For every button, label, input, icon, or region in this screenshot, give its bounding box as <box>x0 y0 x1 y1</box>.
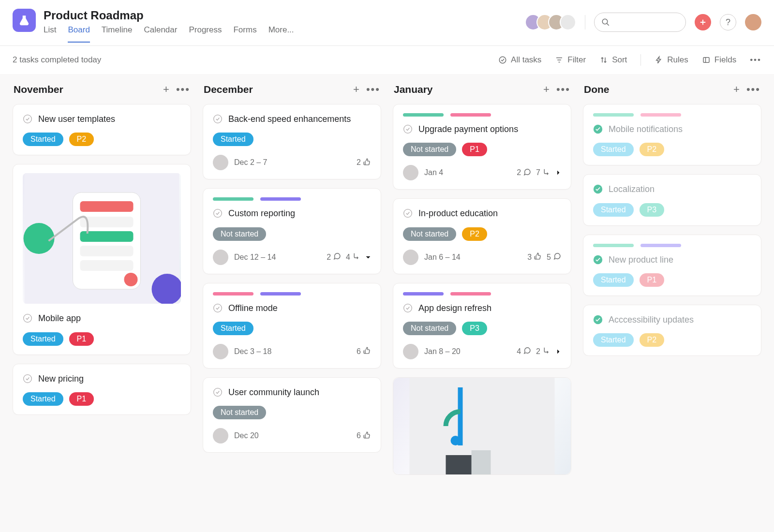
add-card-button[interactable]: + <box>543 84 550 95</box>
status-tag[interactable]: Started <box>593 273 634 287</box>
status-tag[interactable]: Not started <box>213 406 266 419</box>
task-card[interactable]: Mobile app StartedP1 <box>13 164 191 355</box>
status-tag[interactable]: Not started <box>403 143 456 156</box>
task-card[interactable]: New product line StartedP1 <box>583 235 761 296</box>
task-card[interactable]: Localization StartedP3 <box>583 174 761 225</box>
task-card[interactable]: New pricing StartedP1 <box>13 364 191 415</box>
likes-count[interactable]: 3 <box>527 252 542 262</box>
subtasks-count[interactable]: 4 <box>346 252 360 262</box>
tab-progress[interactable]: Progress <box>189 25 222 43</box>
add-button[interactable] <box>695 14 711 30</box>
check-circle-icon[interactable] <box>23 313 32 323</box>
status-tag[interactable]: Not started <box>403 227 456 241</box>
more-options[interactable]: ••• <box>750 55 761 65</box>
current-user-avatar[interactable] <box>745 14 761 30</box>
status-tag[interactable]: Started <box>593 203 634 217</box>
column-menu[interactable]: ••• <box>556 84 570 95</box>
status-tag[interactable]: Started <box>213 133 253 146</box>
check-circle-icon[interactable] <box>213 303 223 313</box>
column-menu[interactable]: ••• <box>746 84 760 95</box>
task-card[interactable]: Acccessibility updates StartedP2 <box>583 305 761 356</box>
check-circle-icon[interactable] <box>403 303 413 313</box>
check-circle-icon[interactable] <box>23 114 32 124</box>
help-button[interactable]: ? <box>720 14 736 30</box>
priority-tag[interactable]: P3 <box>640 203 665 217</box>
assignee-avatar[interactable] <box>403 165 418 180</box>
assignee-avatar[interactable] <box>403 344 418 359</box>
subtasks-count[interactable]: 7 <box>536 168 551 178</box>
likes-count[interactable]: 2 <box>357 158 371 168</box>
assignee-avatar[interactable] <box>213 428 228 443</box>
comments-count[interactable]: 5 <box>547 252 561 262</box>
check-circle-icon[interactable] <box>213 114 223 124</box>
assignee-avatar[interactable] <box>403 250 418 265</box>
add-card-button[interactable]: + <box>733 84 740 95</box>
tab-calendar[interactable]: Calendar <box>144 25 177 43</box>
task-card[interactable]: In-product education Not startedP2Jan 6 … <box>393 198 571 274</box>
priority-tag[interactable]: P1 <box>69 332 94 346</box>
check-done-icon[interactable] <box>593 124 603 134</box>
tab-forms[interactable]: Forms <box>233 25 256 43</box>
priority-tag[interactable]: P2 <box>640 333 665 347</box>
check-circle-icon[interactable] <box>213 208 223 218</box>
priority-tag[interactable]: P3 <box>462 322 487 335</box>
check-circle-icon[interactable] <box>23 374 32 384</box>
check-circle-icon[interactable] <box>213 387 223 397</box>
comments-count[interactable]: 2 <box>327 252 341 262</box>
status-tag[interactable]: Not started <box>403 322 456 335</box>
task-card[interactable]: User community launch Not startedDec 206 <box>203 377 381 453</box>
task-card[interactable]: Offline mode StartedDec 3 – 186 <box>203 283 381 369</box>
likes-count[interactable]: 6 <box>357 346 371 356</box>
status-tag[interactable]: Started <box>213 322 253 335</box>
chevron-down-icon[interactable] <box>365 254 371 260</box>
check-circle-icon[interactable] <box>403 124 413 134</box>
task-card[interactable]: New user templates StartedP2 <box>13 104 191 155</box>
comments-count[interactable]: 4 <box>517 346 531 356</box>
priority-tag[interactable]: P2 <box>69 133 94 146</box>
task-card[interactable]: App design refresh Not startedP3Jan 8 – … <box>393 283 571 369</box>
assignee-avatar[interactable] <box>213 155 228 170</box>
status-tag[interactable]: Not started <box>213 227 266 241</box>
check-done-icon[interactable] <box>593 184 603 194</box>
comments-count[interactable]: 2 <box>517 168 531 178</box>
priority-tag[interactable]: P2 <box>640 143 665 156</box>
status-tag[interactable]: Started <box>593 333 634 347</box>
collaborator-avatars[interactable] <box>525 14 576 30</box>
status-tag[interactable]: Started <box>23 332 63 346</box>
fields-button[interactable]: Fields <box>702 55 736 65</box>
check-done-icon[interactable] <box>593 255 603 265</box>
column-menu[interactable]: ••• <box>176 84 190 95</box>
check-done-icon[interactable] <box>593 315 603 325</box>
assignee-avatar[interactable] <box>213 250 228 265</box>
task-card[interactable]: Custom reporting Not startedDec 12 – 142… <box>203 188 381 274</box>
priority-tag[interactable]: P1 <box>640 273 665 287</box>
add-card-button[interactable]: + <box>163 84 169 95</box>
priority-tag[interactable]: P1 <box>462 143 487 156</box>
status-tag[interactable]: Started <box>23 392 63 406</box>
task-card[interactable]: Back-end speed enhancements StartedDec 2… <box>203 104 381 179</box>
tab-timeline[interactable]: Timeline <box>102 25 133 43</box>
chevron-right-icon[interactable] <box>555 349 561 355</box>
priority-tag[interactable]: P1 <box>69 392 94 406</box>
add-card-button[interactable]: + <box>353 84 359 95</box>
task-card[interactable] <box>393 377 571 475</box>
sort-button[interactable]: Sort <box>599 55 627 65</box>
status-tag[interactable]: Started <box>593 143 634 156</box>
status-tag[interactable]: Started <box>23 133 63 146</box>
task-card[interactable]: Mobile notifications StartedP2 <box>583 104 761 165</box>
column-menu[interactable]: ••• <box>366 84 380 95</box>
tab-list[interactable]: List <box>44 25 56 43</box>
likes-count[interactable]: 6 <box>357 431 371 441</box>
priority-tag[interactable]: P2 <box>462 227 487 241</box>
filter-button[interactable]: Filter <box>555 55 586 65</box>
chevron-right-icon[interactable] <box>555 170 561 176</box>
subtasks-count[interactable]: 2 <box>536 346 551 356</box>
all-tasks-button[interactable]: All tasks <box>498 55 541 65</box>
search-input[interactable] <box>594 13 686 32</box>
tab-board[interactable]: Board <box>68 25 89 43</box>
assignee-avatar[interactable] <box>213 344 228 359</box>
project-icon[interactable] <box>13 9 36 32</box>
tab-more[interactable]: More... <box>268 25 294 43</box>
check-circle-icon[interactable] <box>403 208 413 218</box>
rules-button[interactable]: Rules <box>655 55 688 65</box>
